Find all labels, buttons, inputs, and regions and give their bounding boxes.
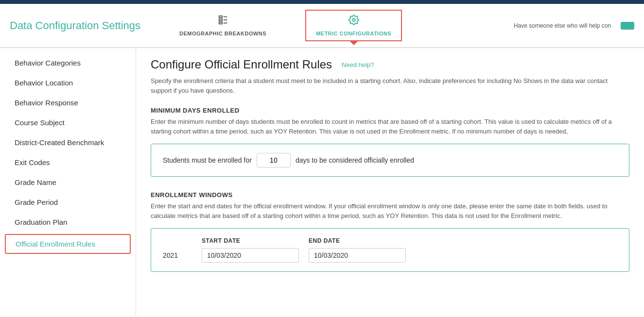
sidebar-item-grade-name[interactable]: Grade Name [0, 172, 136, 192]
top-bar [0, 0, 644, 4]
main-content: Configure Official Enrollment Rules Need… [136, 48, 644, 317]
header-help-text: Have someone else who will help con [514, 22, 611, 29]
header-action-button[interactable] [621, 22, 634, 30]
sidebar-item-exit-codes[interactable]: Exit Codes [0, 152, 136, 172]
days-input[interactable] [257, 153, 291, 167]
svg-rect-1 [219, 19, 222, 21]
sidebar-item-behavior-response[interactable]: Behavior Response [0, 93, 136, 113]
sidebar-item-grade-period[interactable]: Grade Period [0, 192, 136, 212]
page-description: Specify the enrollment criteria that a s… [151, 76, 629, 95]
enrollment-row-2021: 2021 [163, 248, 617, 263]
header: Data Configuration Settings DEMOGRAPHIC … [0, 4, 644, 48]
sidebar-item-behavior-categories[interactable]: Behavior Categories [0, 53, 136, 73]
min-days-row: Students must be enrolled for days to be… [163, 153, 617, 167]
sidebar-item-course-subject[interactable]: Course Subject [0, 113, 136, 133]
svg-rect-0 [219, 16, 222, 18]
start-date-header: START DATE [202, 237, 299, 244]
min-days-title: MINIMUM DAYS ENROLLED [151, 107, 629, 114]
end-date-input[interactable] [309, 248, 406, 263]
svg-point-6 [352, 18, 355, 21]
page-title: Configure Official Enrollment Rules [151, 58, 332, 71]
enrollment-windows-title: ENROLLMENT WINDOWS [151, 191, 629, 199]
need-help-link[interactable]: Need help? [342, 61, 374, 68]
start-date-input[interactable] [202, 248, 299, 263]
enrollment-windows-box: START DATE END DATE 2021 [151, 228, 629, 272]
svg-rect-2 [219, 22, 222, 24]
start-date-wrap [202, 248, 299, 263]
sidebar-item-behavior-location[interactable]: Behavior Location [0, 73, 136, 93]
page-header: Configure Official Enrollment Rules Need… [151, 58, 629, 71]
enrollment-windows-desc: Enter the start and end dates for the of… [151, 201, 629, 220]
active-tab-indicator [349, 40, 359, 45]
min-days-box: Students must be enrolled for days to be… [151, 144, 629, 177]
enrollment-year: 2021 [163, 251, 192, 259]
sidebar-item-district-benchmark[interactable]: District-Created Benchmark [0, 133, 136, 152]
sidebar: Behavior Categories Behavior Location Be… [0, 48, 136, 317]
page-layout: Behavior Categories Behavior Location Be… [0, 48, 644, 317]
metric-icon [348, 15, 359, 28]
sidebar-item-graduation-plan[interactable]: Graduation Plan [0, 212, 136, 232]
tab-demographic-label: DEMOGRAPHIC BREAKDOWNS [179, 31, 266, 36]
demographic-icon [218, 15, 228, 28]
min-days-desc: Enter the minimum number of days student… [151, 117, 629, 136]
min-days-prefix-label: Students must be enrolled for [163, 156, 252, 164]
tab-demographic[interactable]: DEMOGRAPHIC BREAKDOWNS [170, 11, 276, 40]
tab-metric[interactable]: METRIC CONFIGURATIONS [305, 10, 402, 41]
end-date-wrap [309, 248, 406, 263]
min-days-suffix-label: days to be considered officially enrolle… [296, 156, 414, 164]
header-nav: DEMOGRAPHIC BREAKDOWNS METRIC CONFIGURAT… [170, 10, 514, 41]
tab-metric-label: METRIC CONFIGURATIONS [316, 31, 391, 36]
sidebar-item-official-enrollment[interactable]: Official Enrollment Rules [5, 234, 131, 254]
enrollment-header: START DATE END DATE [163, 237, 617, 244]
end-date-header: END DATE [309, 237, 406, 244]
app-title: Data Configuration Settings [10, 19, 140, 32]
